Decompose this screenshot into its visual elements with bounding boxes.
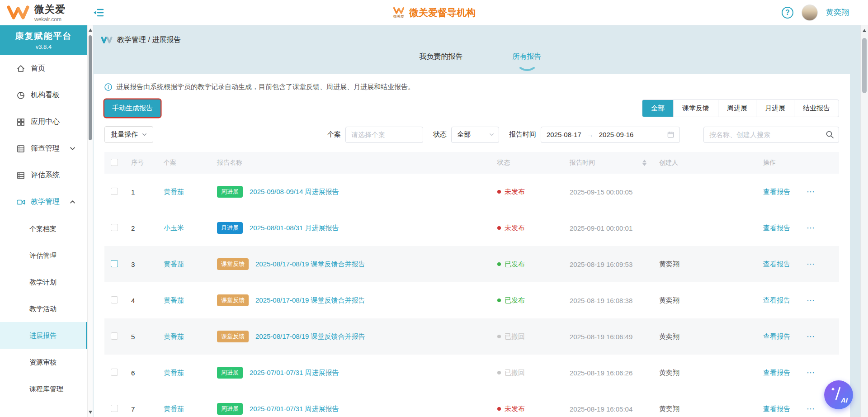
date-range-picker[interactable]: 2025-08-17 → 2025-09-16: [541, 127, 680, 143]
org-logo-icon: [392, 7, 405, 14]
scroll-up-icon[interactable]: [863, 29, 866, 32]
view-report-link[interactable]: 查看报告: [763, 369, 790, 377]
window-scrollbar[interactable]: [860, 25, 868, 417]
case-link[interactable]: 小玉米: [164, 224, 184, 232]
type-filter-月进展[interactable]: 月进展: [756, 100, 794, 117]
view-report-link[interactable]: 查看报告: [763, 296, 790, 305]
scroll-down-icon[interactable]: [89, 411, 92, 414]
tab-我负责的报告[interactable]: 我负责的报告: [420, 52, 463, 67]
case-link[interactable]: 黄番茄: [164, 260, 184, 268]
report-name-link[interactable]: 2025-08/17-08/19 课堂反馈合并报告: [255, 296, 365, 305]
row-checkbox[interactable]: [111, 332, 118, 340]
row-checkbox[interactable]: [111, 188, 118, 195]
generate-report-button[interactable]: 手动生成报告: [104, 100, 160, 117]
report-type-tag: 课堂反馈: [217, 258, 249, 270]
type-filter-课堂反馈[interactable]: 课堂反馈: [673, 100, 718, 117]
sidebar-item-首页[interactable]: 首页: [0, 55, 87, 82]
more-actions-button[interactable]: ⋯: [807, 223, 815, 233]
report-type-filter: 全部课堂反馈周进展月进展结业报告: [642, 100, 839, 117]
more-actions-button[interactable]: ⋯: [807, 368, 815, 378]
row-checkbox[interactable]: [111, 260, 118, 267]
report-name-link[interactable]: 2025-08/17-08/19 课堂反馈合并报告: [255, 260, 365, 269]
sidebar-subitem-教学计划[interactable]: 教学计划: [0, 269, 87, 295]
report-name-link[interactable]: 2025-08/17-08/19 课堂反馈合并报告: [255, 332, 365, 341]
report-name-link[interactable]: 2025-07/01-07/31 周进展报告: [250, 369, 339, 377]
sidebar-subitem-个案档案[interactable]: 个案档案: [0, 215, 87, 242]
more-actions-button[interactable]: ⋯: [807, 259, 815, 269]
sidebar-item-筛查管理[interactable]: 筛查管理: [0, 135, 87, 162]
date-end[interactable]: 2025-09-16: [599, 131, 634, 138]
collapse-sidebar-icon[interactable]: [93, 9, 104, 17]
table-row[interactable]: 3 黄番茄 课堂反馈 2025-08/17-08/19 课堂反馈合并报告 已发布…: [104, 246, 839, 282]
view-report-link[interactable]: 查看报告: [763, 224, 790, 232]
table-row[interactable]: 4 黄番茄 课堂反馈 2025-08/17-08/19 课堂反馈合并报告 已发布…: [104, 282, 839, 318]
sidebar-subitem-进展报告[interactable]: 进展报告: [0, 322, 87, 349]
case-select-input[interactable]: [345, 127, 423, 143]
report-name-link[interactable]: 2025-09/08-09/14 周进展报告: [250, 188, 339, 196]
case-link[interactable]: 黄番茄: [164, 296, 184, 304]
more-actions-button[interactable]: ⋯: [807, 332, 815, 341]
type-filter-结业报告[interactable]: 结业报告: [794, 100, 839, 117]
tab-所有报告[interactable]: 所有报告: [513, 52, 542, 67]
case-link[interactable]: 黄番茄: [164, 332, 184, 340]
view-report-link[interactable]: 查看报告: [763, 405, 790, 413]
table-row[interactable]: 6 黄番茄 周进展 2025-07/01-07/31 周进展报告 已撤回 202…: [104, 355, 839, 391]
status-dot-icon: [497, 407, 501, 411]
sidebar-subitem-评估管理[interactable]: 评估管理: [0, 242, 87, 269]
more-actions-button[interactable]: ⋯: [807, 295, 815, 305]
sidebar-scrollbar-thumb[interactable]: [89, 35, 92, 140]
ai-label: AI: [841, 396, 848, 404]
row-checkbox[interactable]: [111, 405, 118, 412]
more-actions-button[interactable]: ⋯: [807, 187, 815, 197]
sidebar-subitem-教学活动[interactable]: 教学活动: [0, 295, 87, 322]
report-type-tag: 课堂反馈: [217, 294, 249, 306]
report-type-tag: 月进展: [217, 222, 243, 234]
sidebar-item-评估系统[interactable]: 评估系统: [0, 162, 87, 189]
batch-actions-button[interactable]: 批量操作: [104, 126, 153, 143]
case-link[interactable]: 黄番茄: [164, 369, 184, 376]
row-checkbox[interactable]: [111, 224, 118, 231]
sidebar-item-应用中心[interactable]: 应用中心: [0, 109, 87, 135]
table-row[interactable]: 7 黄番茄 周进展 2025-07/01-07/31 周进展报告 未发布 202…: [104, 391, 839, 417]
main-content: 教学管理 / 进展报告 我负责的报告所有报告 进展报告由系统根据学员的教学记录自…: [93, 25, 868, 417]
select-all-checkbox[interactable]: [111, 159, 118, 166]
view-report-link[interactable]: 查看报告: [763, 188, 790, 196]
case-link[interactable]: 黄番茄: [164, 188, 184, 195]
case-link[interactable]: 黄番茄: [164, 405, 184, 412]
sidebar-item-机构看板[interactable]: 机构看板: [0, 82, 87, 109]
table-row[interactable]: 5 黄番茄 课堂反馈 2025-08/17-08/19 课堂反馈合并报告 已撤回…: [104, 318, 839, 355]
row-index: 7: [125, 405, 157, 413]
help-icon[interactable]: ?: [782, 7, 793, 19]
date-start[interactable]: 2025-08-17: [547, 131, 581, 138]
table-header: 序号 个案 报告名称 状态 报告时间 创建人 操作: [104, 152, 839, 174]
search-icon[interactable]: [826, 130, 834, 140]
type-filter-周进展[interactable]: 周进展: [718, 100, 756, 117]
row-checkbox[interactable]: [111, 296, 118, 303]
user-name[interactable]: 黄奕翔: [826, 7, 849, 18]
view-report-link[interactable]: 查看报告: [763, 332, 790, 341]
column-actions: 操作: [757, 159, 839, 167]
status-select[interactable]: 全部: [451, 127, 499, 143]
ai-assistant-button[interactable]: ✦ AI: [824, 380, 853, 409]
type-filter-全部[interactable]: 全部: [642, 100, 673, 117]
chevron-down-icon: [70, 146, 75, 152]
search-input[interactable]: [703, 127, 839, 143]
avatar[interactable]: [802, 5, 818, 21]
row-checkbox[interactable]: [111, 369, 118, 376]
table-row[interactable]: 1 黄番茄 周进展 2025-09/08-09/14 周进展报告 未发布 202…: [104, 174, 839, 210]
sort-icon[interactable]: [642, 160, 646, 166]
view-report-link[interactable]: 查看报告: [763, 260, 790, 269]
sidebar-subitem-课程库管理[interactable]: 课程库管理: [0, 375, 87, 402]
report-type-tag: 周进展: [217, 403, 243, 415]
scroll-up-icon[interactable]: [89, 28, 92, 32]
sidebar-subitem-资源审核[interactable]: 资源审核: [0, 349, 87, 375]
window-scrollbar-thumb[interactable]: [862, 38, 867, 93]
report-name-link[interactable]: 2025-08/01-08/31 月进展报告: [250, 224, 339, 232]
row-index: 3: [125, 261, 157, 268]
more-actions-button[interactable]: ⋯: [807, 404, 815, 414]
sidebar-item-教学管理[interactable]: 教学管理: [0, 189, 87, 215]
report-name-link[interactable]: 2025-07/01-07/31 周进展报告: [250, 405, 339, 413]
platform-version: v3.8.4: [36, 43, 52, 50]
table-row[interactable]: 2 小玉米 月进展 2025-08/01-08/31 月进展报告 未发布 202…: [104, 210, 839, 246]
sidebar-scrollbar[interactable]: [87, 25, 93, 417]
